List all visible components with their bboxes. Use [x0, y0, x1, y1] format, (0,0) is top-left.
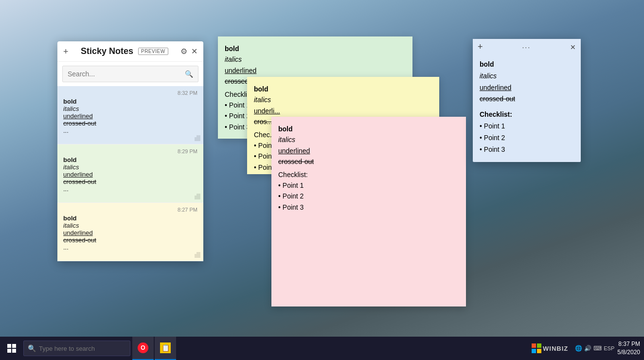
stickynotes-icon: 📋: [160, 342, 171, 353]
note1-timestamp: 8:32 PM: [63, 90, 197, 96]
taskbar-app-stickynotes[interactable]: 📋: [155, 337, 176, 360]
note-window-close-icon[interactable]: ✕: [570, 43, 576, 51]
clock-time: 8:37 PM: [617, 340, 640, 348]
note2-underlined: underlined: [63, 171, 197, 178]
window-bold: bold: [480, 60, 494, 68]
card-pink-checklist: Checklist: • Point 1 • Point 2 • Point 3: [278, 169, 459, 213]
panel-header-icons: ⚙ ✕: [180, 47, 197, 56]
panel-title: Sticky Notes: [81, 46, 133, 56]
notes-list: 8:32 PM bold italics underlined crossed-…: [57, 86, 203, 261]
windows-logo-icon: [7, 344, 16, 353]
winbiz-logo: WINBIZ: [532, 343, 568, 353]
note2-ellipsis: ...: [63, 185, 197, 193]
window-point1: • Point 1: [480, 121, 574, 132]
window-checklist-label: Checklist:: [480, 109, 574, 121]
network-icon[interactable]: 🌐: [575, 345, 582, 352]
note-item-3[interactable]: 8:27 PM bold italics underlined crossed-…: [57, 203, 203, 261]
card-green-underline: underlined: [225, 65, 406, 76]
note3-timestamp: 8:27 PM: [63, 207, 197, 213]
window-underlined: underlined: [480, 82, 574, 94]
card-yellow-italic: italics: [254, 94, 432, 105]
note2-strikethrough: crossed-out: [63, 178, 197, 185]
card-pink-strike: crossed-out: [278, 156, 459, 167]
winbiz-squares-icon: [532, 343, 541, 353]
note-window-body: bold italics underlined crossed-out Chec…: [473, 55, 581, 162]
start-button[interactable]: [0, 337, 23, 360]
note-window-header: + ··· ✕: [473, 39, 581, 55]
card-pink-checklist-label: Checklist:: [278, 169, 459, 180]
locale-label: ESP: [604, 345, 614, 351]
note2-timestamp: 8:29 PM: [63, 148, 197, 154]
note2-corner: [195, 194, 200, 199]
add-note-button[interactable]: +: [63, 47, 69, 56]
card-yellow-bold: bold: [254, 84, 432, 94]
card-pink-point1: • Point 1: [278, 180, 459, 191]
sticky-card-pink[interactable]: bold italics underlined crossed-out Chec…: [271, 117, 466, 306]
note1-ellipsis: ...: [63, 127, 197, 134]
note1-italic: italics: [63, 105, 197, 112]
winbiz-label: WINBIZ: [543, 345, 568, 352]
card-yellow-underline: underli...: [254, 106, 432, 116]
window-point2: • Point 2: [480, 132, 574, 144]
close-icon[interactable]: ✕: [191, 47, 197, 56]
panel-header: + Sticky Notes PREVIEW ⚙ ✕: [57, 41, 203, 62]
window-strikethrough: crossed-out: [480, 93, 574, 105]
settings-icon[interactable]: ⚙: [180, 47, 187, 56]
card-pink-point2: • Point 2: [278, 191, 459, 201]
note3-strikethrough: crossed-out: [63, 236, 197, 244]
window-point3: • Point 3: [480, 144, 574, 156]
note3-corner: [195, 252, 200, 258]
note3-ellipsis: ...: [63, 244, 197, 251]
taskbar-apps: O 📋: [132, 337, 176, 360]
note2-bold: bold: [63, 156, 197, 163]
search-icon: 🔍: [185, 70, 193, 78]
clock[interactable]: 8:37 PM 5/8/2020: [617, 340, 640, 357]
taskbar-search-input[interactable]: [39, 345, 117, 352]
search-input[interactable]: [68, 70, 185, 78]
window-italic: italics: [480, 72, 497, 80]
note1-corner: [195, 135, 200, 141]
card-green-bold: bold: [225, 43, 406, 54]
note1-strikethrough: crossed-out: [63, 120, 197, 127]
card-pink-italic: italics: [278, 134, 459, 145]
tray-icons: 🌐 🔊 ⌨ ESP: [575, 345, 614, 352]
note3-italic: italics: [63, 222, 197, 229]
taskbar-search-bar[interactable]: 🔍: [23, 341, 130, 356]
note-window: + ··· ✕ bold italics underlined crossed-…: [473, 39, 581, 162]
taskbar: 🔍 O 📋 WINBIZ 🌐 🔊 ⌨ ESP 8:37 PM 5/8/2020: [0, 337, 644, 360]
keyboard-icon[interactable]: ⌨: [593, 345, 602, 352]
clock-date: 5/8/2020: [617, 348, 640, 357]
card-green-italic: italics: [225, 54, 406, 65]
note2-italic: italics: [63, 163, 197, 171]
note3-underlined: underlined: [63, 229, 197, 236]
taskbar-right: WINBIZ 🌐 🔊 ⌨ ESP 8:37 PM 5/8/2020: [528, 337, 644, 360]
taskbar-search-icon: 🔍: [28, 344, 36, 352]
card-pink-underline: underlined: [278, 145, 459, 156]
taskbar-app-opera[interactable]: O: [132, 337, 154, 360]
card-pink-bold: bold: [278, 124, 459, 134]
sticky-notes-panel: + Sticky Notes PREVIEW ⚙ ✕ 🔍 8:32 PM bol…: [57, 41, 203, 261]
volume-icon[interactable]: 🔊: [584, 345, 591, 352]
note1-bold: bold: [63, 98, 197, 105]
card-pink-point3: • Point 3: [278, 202, 459, 213]
panel-title-area: Sticky Notes PREVIEW: [81, 46, 168, 56]
note3-bold: bold: [63, 215, 197, 222]
note-item-2[interactable]: 8:29 PM bold italics underlined crossed-…: [57, 144, 203, 203]
note1-underlined: underlined: [63, 112, 197, 120]
search-bar[interactable]: 🔍: [62, 66, 198, 82]
opera-icon: O: [138, 342, 148, 353]
note-window-add-icon[interactable]: +: [478, 42, 483, 52]
note-window-menu-icon[interactable]: ···: [522, 43, 531, 51]
preview-badge: PREVIEW: [138, 48, 168, 55]
note-item-1[interactable]: 8:32 PM bold italics underlined crossed-…: [57, 86, 203, 144]
